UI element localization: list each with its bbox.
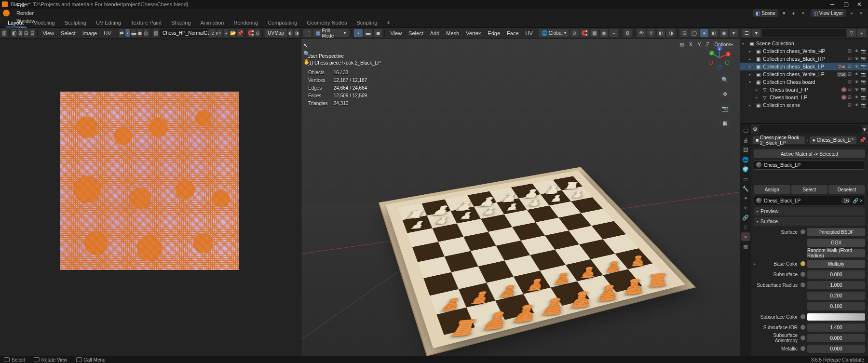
image-new-icon[interactable]: ＋ — [224, 29, 229, 37]
distribution-dropdown[interactable]: GGX — [807, 239, 865, 247]
editor-type-3d-icon[interactable]: ⬚ — [303, 29, 312, 37]
node-socket-icon[interactable] — [800, 261, 805, 266]
exclude-icon[interactable]: ☑ — [847, 95, 853, 100]
numeric-field[interactable]: 0.000 — [807, 334, 865, 342]
shading-dd-icon[interactable]: ▾ — [730, 29, 738, 37]
shading-solid-icon[interactable]: ● — [700, 29, 708, 37]
cursor-tool-icon[interactable]: ↖ — [303, 42, 310, 49]
render-icon[interactable]: 📷 — [860, 87, 866, 92]
viewlayer-dropdown[interactable]: ◫View Layer — [811, 9, 846, 17]
v3d-menu-vertex[interactable]: Vertex — [463, 29, 484, 37]
uv-menu-select[interactable]: Select — [58, 29, 79, 37]
pan-tool-icon[interactable]: ✋ — [303, 59, 310, 65]
outliner-row[interactable]: ▸▣Collection chess_White_HP☑👁📷 — [740, 47, 868, 55]
node-socket-icon[interactable] — [800, 325, 805, 330]
render-icon[interactable]: 📷 — [860, 103, 866, 108]
editor-type-outliner-icon[interactable]: ☰ — [742, 29, 751, 37]
xray-icon[interactable]: ⊡ — [680, 29, 689, 37]
tab-physics-icon[interactable]: ⚛ — [741, 203, 750, 212]
shading-matprev-icon[interactable]: ◐ — [710, 29, 718, 37]
workspace-add-button[interactable]: + — [382, 18, 394, 27]
outliner-new-collection-icon[interactable]: ＋ — [857, 29, 866, 37]
image-browse-icon[interactable]: ▤ — [153, 29, 158, 37]
uv-pivot-icon[interactable]: ⊙ — [255, 29, 260, 37]
select-face-icon[interactable]: ◼ — [374, 29, 382, 37]
node-socket-icon[interactable] — [800, 272, 805, 277]
select-button[interactable]: Select — [791, 185, 828, 194]
workspace-tab-shading[interactable]: Shading — [166, 18, 195, 27]
preview-panel-header[interactable]: ▸Preview — [754, 207, 865, 215]
visibility-icon[interactable]: 👁 — [854, 80, 859, 84]
outliner-filter-icon[interactable]: ▽ — [847, 29, 856, 37]
workspace-tab-animation[interactable]: Animation — [196, 18, 229, 27]
persp-toggle-icon[interactable]: ▦ — [719, 118, 730, 128]
render-icon[interactable]: 📷 — [860, 72, 866, 77]
uv-menu-uv[interactable]: UV — [101, 29, 114, 37]
overlay-x-toggle[interactable]: X — [687, 40, 694, 49]
pivot-icon[interactable]: ⊙ — [570, 29, 579, 37]
gizmo-toggle-icon[interactable]: ✛ — [647, 29, 655, 37]
uv-menu-image[interactable]: Image — [80, 29, 100, 37]
workspace-tab-modeling[interactable]: Modeling — [28, 18, 60, 27]
v3d-menu-select[interactable]: Select — [406, 29, 426, 37]
select-vert-icon[interactable]: ▪ — [354, 29, 362, 37]
window-close-button[interactable]: ✕ — [853, 0, 866, 9]
v3d-menu-face[interactable]: Face — [504, 29, 521, 37]
breadcrumb-material[interactable]: ● Chess_Black_LP — [810, 136, 856, 144]
props-options-icon[interactable]: ▾ — [863, 126, 866, 133]
numeric-field[interactable]: 1.000 — [807, 281, 865, 289]
deselect-button[interactable]: Deselect — [828, 185, 865, 194]
uv-canvas[interactable] — [0, 39, 301, 356]
sel-all-icon[interactable]: ⊞ — [678, 40, 686, 49]
propedit-icon[interactable]: ◉ — [600, 29, 608, 37]
props-search-input[interactable] — [759, 125, 862, 134]
image-pin-icon[interactable]: 📌 — [237, 29, 243, 37]
tab-data-icon[interactable]: ▽ — [741, 223, 750, 231]
redo-last-op[interactable]: Active Material -> Selected — [754, 149, 865, 158]
tab-material-icon[interactable]: ● — [741, 232, 750, 241]
exclude-icon[interactable]: ☑ — [847, 80, 853, 84]
breadcrumb-object[interactable]: ■ Chess piece Rook 2_Black_LP — [753, 136, 805, 144]
tab-scene-icon[interactable]: 🌐 — [741, 155, 750, 164]
basecolor-mode-dropdown[interactable]: Multiply — [807, 260, 865, 268]
uv-tool-a-icon[interactable]: ⊞ — [18, 29, 23, 37]
exclude-icon[interactable]: ☑ — [847, 72, 853, 77]
overlay-y-toggle[interactable]: Y — [696, 40, 703, 49]
node-socket-icon[interactable] — [800, 314, 805, 319]
outliner-row[interactable]: ▾▣Collection Chess board☑👁📷 — [740, 78, 868, 86]
visibility-icon[interactable]: 👁 — [854, 49, 859, 54]
image-unlink-icon[interactable]: × — [217, 29, 222, 37]
uv-select-edge-icon[interactable]: ▬ — [131, 29, 136, 37]
shading-render-icon[interactable]: ◉ — [719, 29, 728, 37]
view3d-canvas[interactable]: ⊞ X Y Z Options ▾ User Perspective (1) C… — [301, 39, 740, 356]
window-minimize-button[interactable]: ─ — [826, 0, 839, 9]
uv-menu-view[interactable]: View — [40, 29, 57, 37]
outliner-row[interactable]: ▸▽Chess board_LP☑👁📷 — [740, 94, 868, 101]
overlays-icon[interactable]: ◐ — [657, 29, 665, 37]
image-open-icon[interactable]: 📂 — [230, 29, 236, 37]
tab-render-icon[interactable]: 🖵 — [741, 126, 750, 135]
uv-display-icon[interactable]: ◐ — [288, 29, 293, 37]
menu-edit[interactable]: Edit — [14, 1, 38, 9]
scene-delete-icon[interactable]: × — [800, 9, 807, 17]
shader-dropdown[interactable]: Principled BSDF — [807, 228, 865, 236]
render-icon[interactable]: 📷 — [860, 49, 866, 54]
numeric-field[interactable]: 0.000 — [807, 345, 865, 353]
material-slot-0[interactable]: Chess_Black_LP — [754, 160, 865, 170]
uvmap-dropdown[interactable]: UVMap — [265, 29, 286, 37]
v3d-menu-add[interactable]: Add — [427, 29, 443, 37]
tab-texture-icon[interactable]: ▦ — [741, 242, 750, 251]
window-maximize-button[interactable]: ▢ — [839, 0, 853, 9]
workspace-tab-layout[interactable]: Layout — [3, 18, 28, 27]
node-socket-icon[interactable] — [800, 229, 805, 234]
zoom-tool-icon[interactable]: 🔍 — [303, 51, 310, 57]
surface-panel-header[interactable]: ▾Surface — [754, 217, 865, 226]
camera-view-icon[interactable]: 📷 — [719, 103, 730, 114]
viewlayer-delete-icon[interactable]: × — [857, 9, 865, 17]
uv-tool-b-icon[interactable]: ⊟ — [24, 29, 29, 37]
exclude-icon[interactable]: ☑ — [847, 49, 853, 54]
snap-type-icon[interactable]: ▦ — [590, 29, 598, 37]
tab-viewlayer-icon[interactable]: 🖼 — [741, 146, 750, 154]
tab-world-icon[interactable]: 🌍 — [741, 165, 750, 174]
visibility-icon[interactable]: 👁 — [854, 103, 859, 108]
